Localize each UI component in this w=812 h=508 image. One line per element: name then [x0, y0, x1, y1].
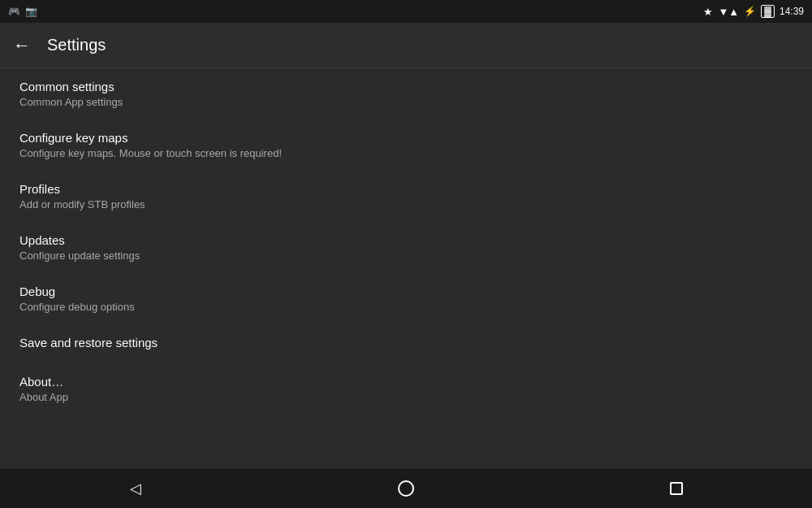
- settings-item-subtitle-1: Configure key maps. Mouse or touch scree…: [19, 147, 793, 159]
- settings-item-title-6: About…: [19, 375, 793, 389]
- settings-item-title-3: Updates: [19, 233, 793, 247]
- app-icon-1: 🎮: [8, 6, 20, 17]
- nav-back-button[interactable]: ◁: [111, 472, 160, 505]
- page-title: Settings: [47, 36, 106, 54]
- app-icon-2: 📷: [25, 6, 37, 17]
- nav-back-icon: ◁: [130, 480, 141, 497]
- nav-recent-button[interactable]: [652, 472, 701, 505]
- settings-item-title-5: Save and restore settings: [19, 336, 793, 350]
- battery-charging-icon: ⚡: [744, 6, 756, 17]
- settings-item-4[interactable]: DebugConfigure debug options: [0, 273, 812, 324]
- settings-item-subtitle-6: About App: [19, 391, 793, 403]
- settings-item-6[interactable]: About…About App: [0, 363, 812, 415]
- nav-recent-icon: [670, 482, 683, 495]
- settings-item-1[interactable]: Configure key mapsConfigure key maps. Mo…: [0, 119, 812, 171]
- settings-item-title-0: Common settings: [19, 80, 793, 93]
- settings-item-5[interactable]: Save and restore settings: [0, 324, 812, 363]
- settings-item-subtitle-2: Add or modify STB profiles: [19, 198, 793, 211]
- settings-content: Common settingsCommon App settingsConfig…: [0, 68, 812, 469]
- settings-item-title-4: Debug: [19, 284, 793, 298]
- settings-item-subtitle-0: Common App settings: [19, 96, 793, 108]
- settings-item-title-1: Configure key maps: [19, 131, 793, 145]
- settings-item-subtitle-3: Configure update settings: [19, 250, 793, 262]
- time-display: 14:39: [780, 6, 804, 17]
- settings-item-subtitle-4: Configure debug options: [19, 301, 793, 313]
- wifi-icon: ▼▲: [718, 6, 739, 18]
- nav-home-button[interactable]: ○: [382, 472, 430, 505]
- bluetooth-icon: ★: [703, 6, 713, 18]
- nav-home-icon: ○: [398, 480, 414, 497]
- status-bar-right: ★ ▼▲ ⚡ ▓ 14:39: [703, 5, 804, 18]
- navigation-bar: ◁ ○: [0, 469, 812, 508]
- settings-item-2[interactable]: ProfilesAdd or modify STB profiles: [0, 171, 812, 222]
- status-bar-left: 🎮 📷: [8, 6, 37, 17]
- battery-icon: ▓: [761, 5, 775, 18]
- settings-item-0[interactable]: Common settingsCommon App settings: [0, 68, 812, 119]
- status-bar: 🎮 📷 ★ ▼▲ ⚡ ▓ 14:39: [0, 0, 812, 23]
- settings-item-title-2: Profiles: [19, 182, 793, 196]
- back-button[interactable]: ←: [13, 35, 31, 56]
- settings-item-3[interactable]: UpdatesConfigure update settings: [0, 222, 812, 273]
- app-bar: ← Settings: [0, 23, 812, 68]
